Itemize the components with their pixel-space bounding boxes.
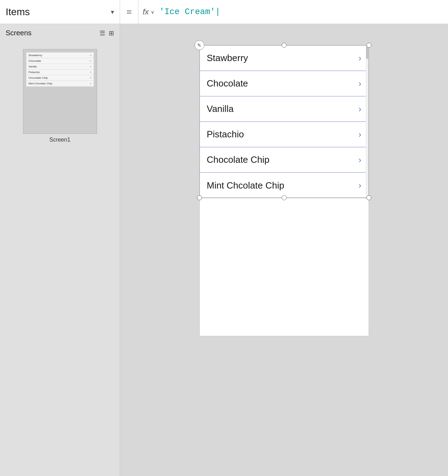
equals-sign: = (120, 6, 138, 17)
handle-top-right[interactable] (366, 43, 371, 48)
list-item-chevron-icon: › (359, 104, 362, 114)
list-item-label: Pistachio (207, 129, 244, 140)
list-item[interactable]: Chocolate Chip › (200, 147, 369, 173)
list-item-label: Stawberry (207, 53, 248, 64)
list-item[interactable]: Stawberry › (200, 46, 369, 71)
list-item-chevron-icon: › (359, 53, 362, 63)
sidebar-title: Screens (6, 29, 31, 37)
list-view-icon[interactable]: ☰ (100, 29, 105, 37)
formula-bar[interactable]: fx ∨ (138, 0, 448, 24)
list-item-chevron-icon: › (359, 130, 362, 139)
formula-input[interactable] (159, 7, 444, 17)
canvas-content: ✎ (199, 45, 369, 336)
thumb-list-item: Mint Chcolate Chip> (26, 81, 94, 87)
list-item[interactable]: Pistachio › (200, 122, 369, 147)
main-area: Screens ☰ ⊞ Strawberry>Chocolate>Vanilla… (0, 24, 448, 476)
property-label: Items (6, 6, 108, 18)
list-item[interactable]: Mint Chcolate Chip › (200, 173, 369, 198)
formula-chevron-icon[interactable]: ∨ (151, 9, 154, 15)
scrollbar-thumb[interactable] (366, 46, 368, 59)
thumb-list-item: Strawberry> (26, 53, 94, 58)
list-item-label: Vanilla (207, 103, 234, 114)
sidebar-header: Screens ☰ ⊞ (0, 24, 120, 42)
sidebar: Screens ☰ ⊞ Strawberry>Chocolate>Vanilla… (0, 24, 120, 476)
scrollbar-track[interactable] (366, 46, 369, 198)
canvas-below-area (199, 198, 369, 336)
thumb-list-item: Pistachio> (26, 70, 94, 75)
thumb-list-item: Vanilla> (26, 64, 94, 70)
list-item-chevron-icon: › (359, 79, 362, 89)
handle-bot-center[interactable] (282, 195, 287, 200)
sidebar-content: Strawberry>Chocolate>Vanilla>Pistachio>C… (0, 42, 120, 150)
handle-bot-left[interactable] (197, 195, 202, 200)
screen1-label: Screen1 (49, 137, 71, 143)
list-item-label: Chocolate (207, 78, 248, 89)
handle-top-center[interactable] (282, 43, 287, 48)
screen1-container[interactable]: Strawberry>Chocolate>Vanilla>Pistachio>C… (4, 46, 116, 147)
thumb-list-item: Chocolate Chip> (26, 75, 94, 81)
toolbar: Items ▾ = fx ∨ (0, 0, 448, 24)
fx-icon: fx (143, 7, 149, 17)
property-dropdown-icon[interactable]: ▾ (111, 8, 114, 16)
grid-view-icon[interactable]: ⊞ (109, 29, 114, 37)
list-item-chevron-icon: › (359, 155, 362, 165)
list-item-chevron-icon: › (359, 180, 362, 190)
pencil-icon: ✎ (197, 43, 201, 48)
list-item[interactable]: Vanilla › (200, 96, 369, 122)
thumb-list-item: Chocolate> (26, 58, 94, 64)
thumbnail-list: Strawberry>Chocolate>Vanilla>Pistachio>C… (26, 52, 94, 87)
property-selector[interactable]: Items ▾ (0, 0, 120, 24)
selection-wrapper: ✎ (199, 45, 369, 198)
sidebar-view-icons: ☰ ⊞ (100, 29, 114, 37)
ice-cream-list: Stawberry › Chocolate › Vanilla › Pistac… (199, 45, 369, 198)
list-item[interactable]: Chocolate › (200, 71, 369, 96)
screen1-thumbnail[interactable]: Strawberry>Chocolate>Vanilla>Pistachio>C… (23, 49, 97, 134)
list-item-label: Mint Chcolate Chip (207, 180, 285, 191)
edit-icon-button[interactable]: ✎ (195, 40, 204, 50)
handle-bot-right[interactable] (366, 195, 371, 200)
canvas-area: ✎ (120, 24, 448, 476)
list-item-label: Chocolate Chip (207, 154, 270, 165)
